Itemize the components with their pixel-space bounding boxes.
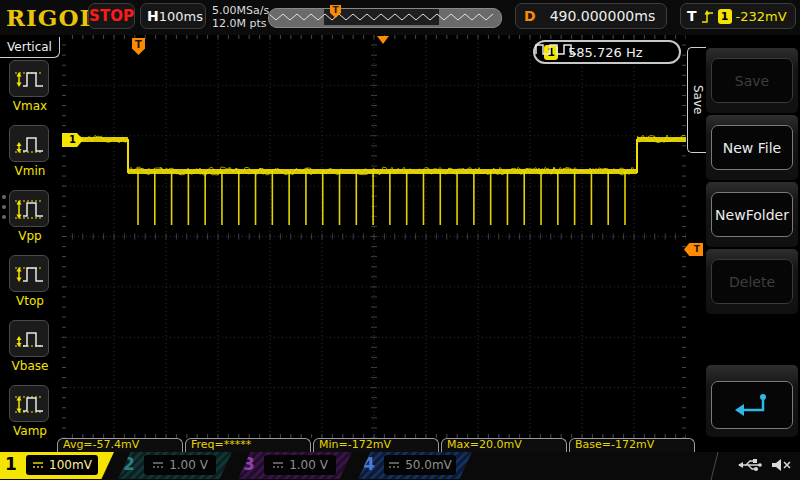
vtop-icon — [13, 259, 45, 289]
trigger-level-value: -232mV — [736, 9, 787, 24]
channel-4-scale: 50.0mV — [405, 458, 452, 472]
vamp-icon — [13, 389, 45, 419]
channel-1-number: 1 — [5, 454, 17, 474]
trigger-source-badge: 1 — [718, 9, 732, 24]
measurement-max[interactable]: Max=20.0mV — [441, 438, 567, 452]
dc-coupling-icon — [388, 461, 400, 469]
status-divider — [711, 452, 719, 480]
vtop-label: Vtop — [9, 294, 51, 308]
vmax-icon — [13, 64, 45, 94]
vpp-label: Vpp — [9, 229, 51, 243]
trigger-label: T — [687, 8, 697, 24]
memory-depth: 12.0M pts — [212, 17, 269, 30]
delay-box[interactable]: D 490.000000ms — [515, 3, 667, 29]
rising-edge-icon — [701, 9, 714, 24]
channel-status-bar: 1 100mV 2 1.00 V 3 — [0, 452, 800, 480]
rigol-logo: RIGOL — [6, 4, 97, 31]
channel-2-status[interactable]: 2 1.00 V — [118, 452, 232, 479]
menu-block: Delete — [706, 249, 798, 314]
waveform-position-preview[interactable] — [268, 8, 502, 28]
sample-rate: 5.00MSa/s — [212, 4, 269, 17]
channel-2-scale: 1.00 V — [169, 458, 208, 472]
vmin-icon — [13, 129, 45, 159]
measurement-avg[interactable]: Avg=-57.4mV — [57, 438, 183, 452]
vmin-label: Vmin — [9, 164, 51, 178]
acquisition-info: 5.00MSa/s 12.0M pts — [212, 4, 269, 30]
horizontal-timebase-box[interactable]: H 100ms — [140, 3, 206, 29]
usb-icon — [736, 458, 762, 472]
vtop-button[interactable]: Vtop — [9, 255, 51, 308]
vbase-icon — [13, 324, 45, 354]
left-measure-menu: Vertical Vmax Vmin — [0, 35, 62, 480]
measurement-freq[interactable]: Freq=***** — [185, 438, 311, 452]
menu-block — [706, 365, 798, 437]
channel-3-number: 3 — [243, 454, 255, 474]
ch1-waveform — [62, 35, 686, 438]
center-reference-marker-icon — [377, 36, 389, 44]
left-menu-title: Vertical — [0, 37, 60, 58]
graticule-display: T T 1 1 585.726 Hz — [62, 35, 686, 438]
menu-tab-save: Save — [687, 47, 706, 153]
vmax-button[interactable]: Vmax — [9, 60, 51, 113]
channel-3-status[interactable]: 3 1.00 V — [238, 452, 352, 479]
oscilloscope-screen: RIGOL STOP H 100ms 5.00MSa/s 12.0M pts T… — [0, 0, 800, 480]
measurement-results-bar: Avg=-57.4mV Freq=***** Min=-172mV Max=20… — [0, 438, 800, 452]
trigger-box[interactable]: T 1 -232mV — [680, 3, 796, 29]
preview-wave-icon — [269, 9, 499, 25]
return-arrow-icon — [732, 391, 772, 419]
vpp-icon — [13, 194, 45, 224]
dc-coupling-icon — [272, 461, 284, 469]
channel-4-number: 4 — [363, 454, 375, 474]
vamp-label: Vamp — [9, 424, 51, 438]
new-folder-button[interactable]: NewFolder — [711, 192, 793, 237]
measurement-base[interactable]: Base=-172mV — [569, 438, 695, 452]
vmin-button[interactable]: Vmin — [9, 125, 51, 178]
dc-coupling-icon — [32, 461, 44, 469]
channel-1-status[interactable]: 1 100mV — [0, 452, 114, 479]
channel-2-number: 2 — [123, 454, 135, 474]
vpp-button[interactable]: Vpp — [9, 190, 51, 243]
menu-block: Save — [706, 48, 798, 113]
run-state-indicator: STOP — [88, 3, 135, 29]
dc-coupling-icon — [152, 461, 164, 469]
channel-3-scale: 1.00 V — [289, 458, 328, 472]
square-wave-icon — [535, 42, 577, 56]
measurement-min[interactable]: Min=-172mV — [313, 438, 439, 452]
save-button[interactable]: Save — [711, 58, 793, 103]
vamp-button[interactable]: Vamp — [9, 385, 51, 438]
new-file-button[interactable]: New File — [711, 125, 793, 170]
delay-value: 490.000000ms — [550, 8, 656, 24]
vmax-label: Vmax — [9, 99, 51, 113]
delete-button[interactable]: Delete — [711, 259, 793, 304]
channel-1-scale: 100mV — [49, 458, 92, 472]
menu-block: New File — [706, 115, 798, 180]
back-button[interactable] — [711, 381, 793, 429]
top-status-bar: RIGOL STOP H 100ms 5.00MSa/s 12.0M pts T… — [0, 0, 800, 36]
frequency-counter-badge: 1 585.726 Hz — [533, 40, 681, 64]
speaker-muted-icon — [770, 457, 792, 473]
horizontal-label: H — [147, 8, 159, 24]
menu-block: NewFolder — [706, 182, 798, 247]
vbase-label: Vbase — [9, 359, 51, 373]
system-status-icons — [736, 457, 792, 473]
freq-counter-value: 585.726 Hz — [568, 45, 643, 60]
delay-label: D — [524, 8, 536, 24]
run-state-label: STOP — [89, 7, 134, 25]
vbase-button[interactable]: Vbase — [9, 320, 51, 373]
channel-4-status[interactable]: 4 50.0mV — [358, 452, 472, 479]
menu-page-dots — [2, 195, 6, 219]
timebase-value: 100ms — [159, 9, 203, 24]
right-function-menu: Save Save New File NewFolder Delete — [686, 35, 800, 480]
